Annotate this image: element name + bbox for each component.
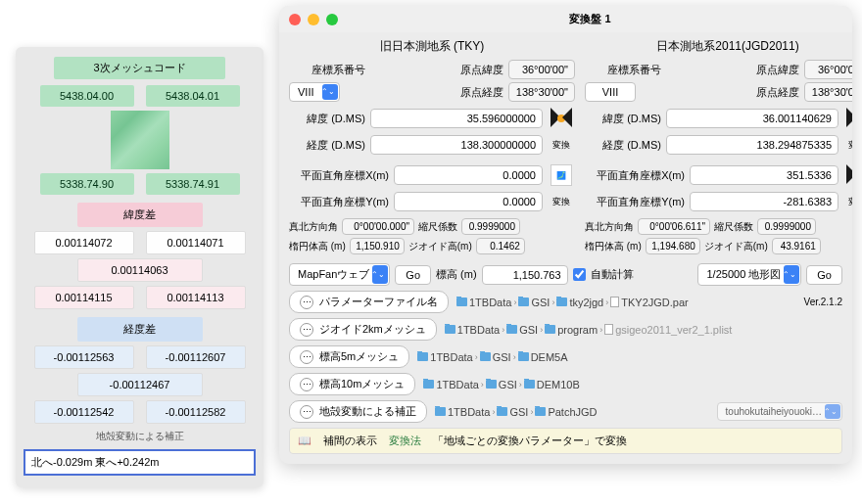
tky-column: 旧日本測地系 (TKY) 座標系番号 原点緯度 36°00'00" VIII 原… [289,38,575,254]
jgd-header: 日本測地系2011(JGD2011) [585,38,852,55]
convert-label-l1: 変換 [548,131,575,159]
convert-label-l2: 変換 [548,188,575,215]
mesh-cell-sw: 5338.74.90 [40,173,134,195]
correction-note: 地殻変動による補正 [24,430,256,443]
lat-diff-mid: 0.00114063 [77,258,203,282]
book-icon: 📖 [298,435,311,447]
convert-label-r1: 変換 [843,131,852,159]
minimize-icon[interactable] [308,14,319,25]
document-icon [610,297,619,307]
ellip-height-label-r: 楕円体高 (m) [585,240,642,253]
geoid2k-tag[interactable]: ジオイド2kmメッシュ [289,318,437,341]
convert-label-r2: 変換 [843,188,852,215]
true-north-value-r: 0°00'06.611" [638,218,710,235]
lat-diff-header: 緯度差 [77,203,203,227]
crust-tag[interactable]: 地殻変動による補正 [289,400,427,423]
coord-no-label: 座標系番号 [289,63,365,77]
main-window: 変換盤 1 旧日本測地系 (TKY) 座標系番号 原点緯度 36°00'00" … [279,6,852,464]
auto-calc-checkbox[interactable] [573,268,586,281]
scale-factor-value: 0.9999000 [461,218,520,235]
orig-lat-label: 原点緯度 [460,63,503,77]
plane-x-label-r: 平面直角座標X(m) [585,168,685,183]
auto-calc-label: 自動計算 [591,267,634,282]
lat-diff-sw: 0.00114115 [34,286,134,309]
zoom-icon[interactable] [326,14,338,25]
map-scale-select[interactable]: 1/25000 地形図 [697,263,801,286]
lat-dms-input-r[interactable] [666,109,838,128]
plane-y-input-r[interactable] [690,192,838,211]
titlebar: 変換盤 1 [279,6,852,32]
mesh-cell-ne: 5438.04.01 [146,85,240,107]
elevation-input[interactable] [482,265,568,285]
scale-factor-value-r: 0.9999000 [757,218,816,235]
orig-lat-value: 36°00'00" [508,60,575,79]
scale-factor-label: 縮尺係数 [418,220,457,234]
geoid-height-value-r: 43.9161 [772,238,821,254]
lat-diff-ne: 0.00114071 [146,231,246,254]
geoid-height-label: ジオイド高(m) [408,240,472,253]
convert-xy-button[interactable]: 🗾 [548,161,575,189]
scale-factor-label-r: 縮尺係数 [714,220,753,234]
orig-lon-value: 138°30'00" [508,82,575,102]
geoid2k-path: 1TBData› GSI› program› gsigeo2011_ver2_1… [445,324,842,336]
go-button-left[interactable]: Go [395,265,431,285]
orig-lon-label: 原点経度 [460,85,503,100]
param-file-path: 1TBData› GSI› tky2jgd› TKY2JGD.par [456,297,796,308]
param-file-tag[interactable]: パラメーターファイル名 [289,291,449,313]
convert-latlon-button-r[interactable] [843,105,852,132]
mesh-side-panel: 3次メッシュコード 5438.04.00 5438.04.01 5338.74.… [16,47,263,487]
crust-path: 1TBData› GSI› PatchJGD [435,406,709,418]
plane-y-label: 平面直角座標Y(m) [289,195,389,209]
lat-dms-label: 緯度 (D.MS) [289,112,365,126]
coord-no-select[interactable]: VIII [289,82,340,102]
orig-lat-label-r: 原点緯度 [756,63,799,77]
lon-diff-nw: -0.00112563 [34,345,134,369]
coord-no-label-r: 座標系番号 [585,63,661,77]
lon-diff-sw: -0.00112542 [34,400,134,424]
plane-y-label-r: 平面直角座標Y(m) [585,195,685,209]
version-label: Ver.2.1.2 [804,297,842,307]
dem5-path: 1TBData› GSI› DEM5A [417,351,842,363]
convert-latlon-button[interactable] [548,105,575,132]
mesh-cell-se: 5338.74.91 [146,173,240,195]
window-title: 変換盤 1 [338,12,842,26]
lat-diff-se: 0.00114113 [146,286,246,309]
lon-diff-mid: -0.00112467 [77,373,203,396]
dem10-tag[interactable]: 標高10mメッシュ [289,373,415,395]
folder-icon [456,298,467,306]
lon-dms-input-r[interactable] [666,135,838,155]
lon-diff-se: -0.00112582 [146,400,246,424]
elevation-label: 標高 (m) [436,267,477,282]
ellip-height-value-r: 1,194.680 [646,238,700,254]
region-select[interactable]: touhokutaiheiyouoki… [717,402,842,421]
ellip-height-value: 1,150.910 [350,238,405,254]
interp-display-label[interactable]: 補間の表示 [323,434,377,448]
go-button-right[interactable]: Go [806,265,842,285]
orig-lat-value-r: 36°00'00" [804,60,852,79]
folder-icon [518,298,529,306]
shift-readout[interactable]: 北へ-0.029m 東へ+0.242m [24,449,256,476]
lon-dms-input[interactable] [370,135,543,155]
footer-bar: 📖 補間の表示 変換法 「地域ごとの変換パラメーター」で変換 [289,428,842,454]
plane-y-input[interactable] [394,192,543,211]
folder-icon [556,298,567,306]
close-icon[interactable] [289,14,301,25]
tky-header: 旧日本測地系 (TKY) [289,38,575,55]
plane-x-input[interactable] [394,165,543,185]
plane-x-input-r[interactable] [690,165,838,185]
orig-lon-value-r: 138°30'00" [804,82,852,102]
lon-diff-ne: -0.00112607 [146,345,246,369]
dem5-tag[interactable]: 標高5mメッシュ [289,345,409,368]
mesh-preview-image [111,111,169,169]
conversion-method-label[interactable]: 変換法 [389,434,421,448]
lat-dms-label-r: 緯度 (D.MS) [585,112,661,126]
coord-no-button-r[interactable]: VIII [585,82,636,102]
lon-dms-label: 経度 (D.MS) [289,138,365,153]
mapfan-select[interactable]: MapFanウェブ [289,263,390,286]
plane-x-label: 平面直角座標X(m) [289,168,389,183]
lat-dms-input[interactable] [370,109,543,128]
jgd2011-column: 日本測地系2011(JGD2011) 座標系番号 原点緯度 36°00'00" … [585,38,852,254]
dem10-path: 1TBData› GSI› DEM10B [423,379,842,390]
orig-lon-label-r: 原点経度 [756,85,799,100]
convert-xy-button-r[interactable] [843,161,852,189]
